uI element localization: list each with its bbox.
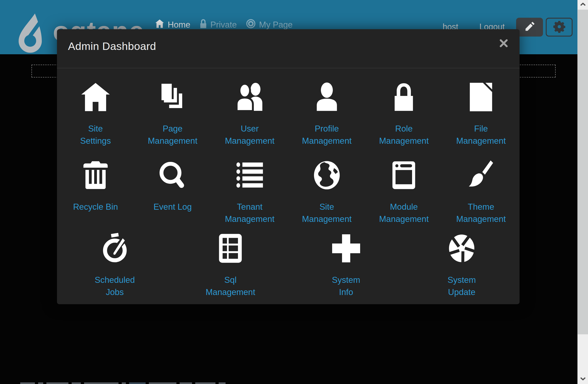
modal-title: Admin Dashboard [68, 40, 508, 52]
modal-header: Admin Dashboard [57, 29, 520, 68]
pages-icon [158, 82, 188, 113]
dashboard-tile-grid: Site Settings Page Management [57, 82, 520, 225]
globe-icon [313, 160, 341, 191]
tile-tenant-management: Tenant Management [211, 160, 288, 225]
nav-item-my-page[interactable]: My Page [246, 19, 293, 31]
home-icon [80, 82, 111, 113]
vertical-scrollbar[interactable] [577, 0, 588, 384]
settings-button[interactable] [546, 18, 573, 37]
tile-link[interactable]: Recycle Bin [73, 201, 118, 225]
tile-sql-management: Sql Management [173, 233, 289, 298]
brush-icon [466, 160, 496, 191]
tile-theme-management: Theme Management [442, 160, 520, 225]
browser-icon [391, 160, 417, 191]
tile-system-update: System Update [404, 233, 520, 298]
timer-icon [101, 233, 129, 264]
close-button[interactable] [498, 38, 509, 49]
tile-link[interactable]: Sql Management [206, 274, 255, 298]
pencil-icon [524, 21, 535, 33]
chevron-up-icon [580, 3, 586, 7]
tile-page-management: Page Management [134, 82, 211, 147]
tile-profile-management: Profile Management [288, 82, 365, 147]
target-icon [246, 19, 256, 31]
main-nav: Home Private My Page [155, 19, 293, 31]
scroll-down-button[interactable] [578, 374, 588, 384]
lock-icon [200, 19, 207, 31]
tile-site-settings: Site Settings [57, 82, 134, 147]
tile-link[interactable]: User Management [225, 123, 274, 147]
admin-dashboard-modal: Admin Dashboard Site Settings [57, 29, 520, 304]
tile-link[interactable]: Site Settings [80, 123, 111, 147]
nav-label: My Page [259, 20, 293, 30]
tile-link[interactable]: Role Management [379, 123, 429, 147]
tile-link[interactable]: Profile Management [302, 123, 352, 147]
nav-item-home[interactable]: Home [155, 19, 190, 30]
cross-icon [331, 233, 361, 264]
clipped-footer-text [20, 382, 277, 384]
tile-link[interactable]: Site Management [302, 201, 352, 225]
tile-link[interactable]: Event Log [153, 201, 192, 225]
tile-role-management: Role Management [365, 82, 443, 147]
user-icon [312, 82, 342, 113]
droplet-logo-icon [14, 13, 49, 54]
nav-label: Home [168, 20, 190, 30]
tile-system-info: System Info [288, 233, 404, 298]
users-icon [233, 82, 266, 113]
tile-scheduled-jobs: Scheduled Jobs [57, 233, 173, 298]
dashboard-tile-grid-row3: Scheduled Jobs Sql Management [57, 233, 520, 298]
tile-file-management: File Management [442, 82, 520, 147]
chevron-down-icon [580, 377, 586, 381]
lock-icon [393, 82, 415, 113]
gear-icon [553, 21, 566, 34]
file-icon [467, 82, 495, 113]
tile-link[interactable]: Module Management [379, 201, 429, 225]
trash-icon [82, 160, 109, 191]
screen: oqtane Home Private [0, 0, 588, 384]
tile-site-management: Site Management [288, 160, 365, 225]
tile-link[interactable]: System Info [332, 274, 360, 298]
nav-item-private[interactable]: Private [200, 19, 237, 31]
tile-link[interactable]: Tenant Management [225, 201, 274, 225]
edit-mode-button[interactable] [516, 18, 543, 37]
tile-user-management: User Management [211, 82, 288, 147]
tile-module-management: Module Management [365, 160, 443, 225]
tile-link[interactable]: Scheduled Jobs [95, 274, 135, 298]
tile-link[interactable]: Page Management [148, 123, 198, 147]
home-icon [155, 19, 164, 30]
tile-recycle-bin: Recycle Bin [57, 160, 134, 225]
spreadsheet-icon [218, 233, 243, 264]
aperture-icon [448, 233, 475, 264]
nav-label: Private [210, 20, 237, 30]
scrollbar-thumb[interactable] [578, 10, 588, 334]
magnifier-icon [158, 160, 187, 191]
tile-link[interactable]: Theme Management [456, 201, 506, 225]
tile-link[interactable]: System Update [448, 274, 476, 298]
tile-event-log: Event Log [134, 160, 211, 225]
list-icon [234, 160, 265, 191]
tile-link[interactable]: File Management [456, 123, 506, 147]
scroll-up-button[interactable] [578, 0, 588, 10]
close-icon [499, 39, 508, 48]
